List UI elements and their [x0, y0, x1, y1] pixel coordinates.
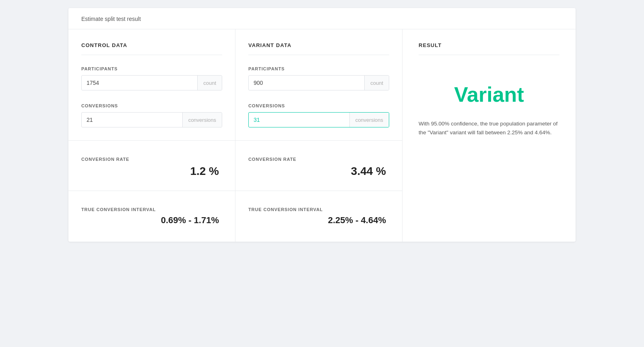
variant-interval-section: TRUE CONVERSION INTERVAL 2.25% - 4.64%: [248, 204, 389, 226]
page-title: Estimate split test result: [81, 16, 141, 22]
variant-participants-group: PARTICIPANTS count: [248, 66, 389, 90]
control-interval-label: TRUE CONVERSION INTERVAL: [81, 207, 222, 212]
variant-conversion-rate-value: 3.44 %: [248, 165, 389, 178]
result-winner: Variant: [419, 82, 559, 107]
control-conversion-rate-section: CONVERSION RATE 1.2 %: [81, 154, 222, 178]
control-interval-section: TRUE CONVERSION INTERVAL 0.69% - 1.71%: [81, 204, 222, 226]
control-participants-input[interactable]: [82, 76, 197, 90]
result-column: RESULT Variant With 95.00% confidence, t…: [402, 29, 576, 242]
variant-interval-label: TRUE CONVERSION INTERVAL: [248, 207, 389, 212]
result-header: RESULT: [419, 42, 559, 55]
columns-container: CONTROL DATA PARTICIPANTS count CONVERSI…: [68, 29, 576, 242]
variant-conversion-rate-label: CONVERSION RATE: [248, 157, 389, 162]
control-conversion-rate-label: CONVERSION RATE: [81, 157, 222, 162]
control-header: CONTROL DATA: [81, 42, 222, 55]
title-bar: Estimate split test result: [68, 8, 576, 29]
variant-conversions-group: CONVERSIONS conversions: [248, 103, 389, 127]
control-participants-input-wrapper: count: [81, 75, 222, 90]
control-participants-label: PARTICIPANTS: [81, 66, 222, 71]
variant-participants-input[interactable]: [249, 76, 364, 90]
control-conversions-input-wrapper: conversions: [81, 112, 222, 127]
control-interval-value: 0.69% - 1.71%: [81, 215, 222, 226]
variant-conversions-input-wrapper: conversions: [248, 112, 389, 127]
variant-participants-input-wrapper: count: [248, 75, 389, 90]
variant-divider-1: [235, 140, 402, 141]
variant-header: VARIANT DATA: [248, 42, 389, 55]
control-column: CONTROL DATA PARTICIPANTS count CONVERSI…: [68, 29, 235, 242]
variant-conversions-input[interactable]: [249, 113, 349, 127]
variant-conversions-label: CONVERSIONS: [248, 103, 389, 108]
control-conversion-rate-value: 1.2 %: [81, 165, 222, 178]
variant-conversions-unit: conversions: [349, 113, 389, 127]
control-participants-group: PARTICIPANTS count: [81, 66, 222, 90]
variant-divider-2: [235, 191, 402, 191]
control-divider-1: [68, 140, 235, 141]
control-conversions-input[interactable]: [82, 113, 182, 127]
main-card: Estimate split test result CONTROL DATA …: [68, 8, 576, 242]
result-description: With 95.00% confidence, the true populat…: [419, 119, 559, 138]
variant-participants-label: PARTICIPANTS: [248, 66, 389, 71]
variant-participants-unit: count: [364, 76, 389, 90]
variant-conversion-rate-section: CONVERSION RATE 3.44 %: [248, 154, 389, 178]
variant-interval-value: 2.25% - 4.64%: [248, 215, 389, 226]
control-conversions-label: CONVERSIONS: [81, 103, 222, 108]
control-conversions-unit: conversions: [182, 113, 222, 127]
control-divider-2: [68, 191, 235, 191]
control-conversions-group: CONVERSIONS conversions: [81, 103, 222, 127]
control-participants-unit: count: [197, 76, 222, 90]
variant-column: VARIANT DATA PARTICIPANTS count CONVERSI…: [235, 29, 402, 242]
